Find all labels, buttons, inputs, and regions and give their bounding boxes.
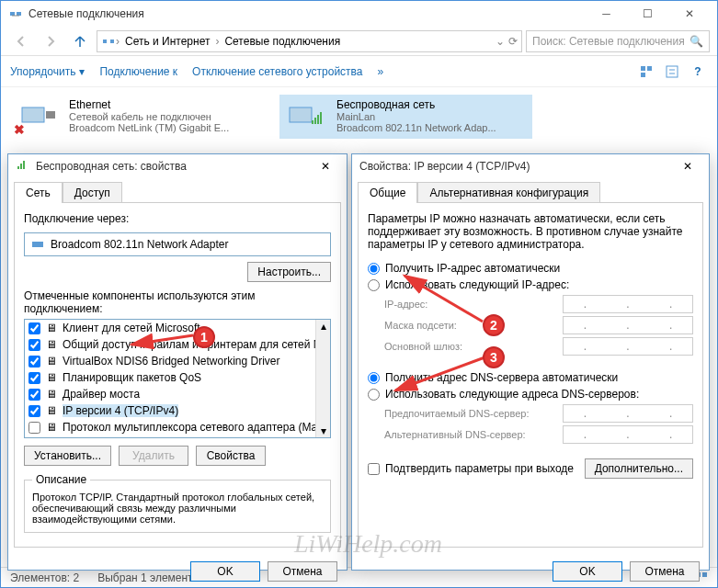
- ipv4-icon: 🖥: [44, 403, 59, 418]
- components-label: Отмеченные компоненты используются этим …: [24, 289, 331, 315]
- component-checkbox[interactable]: [28, 389, 40, 401]
- svg-rect-16: [317, 115, 319, 124]
- adapter-field: Broadcom 802.11n Network Adapter: [24, 232, 331, 256]
- share-icon: 🖥: [44, 337, 59, 352]
- svg-rect-5: [641, 66, 645, 71]
- svg-line-26: [395, 356, 487, 390]
- more-menu[interactable]: »: [378, 65, 384, 78]
- tab-general[interactable]: Общие: [358, 182, 417, 203]
- tab-network[interactable]: Сеть: [14, 182, 63, 203]
- back-button[interactable]: [8, 30, 34, 52]
- desc-title: Описание: [32, 473, 90, 486]
- mux-icon: 🖥: [44, 420, 59, 435]
- adapters-area: ✖ Ethernet Сетевой кабель не подключен B…: [1, 87, 717, 146]
- minimize-button[interactable]: ─: [586, 1, 627, 27]
- details-icon[interactable]: [662, 62, 682, 82]
- adapter-status: Сетевой кабель не подключен: [69, 111, 261, 122]
- svg-line-25: [405, 276, 483, 322]
- chevron-down-icon: ▾: [79, 65, 85, 78]
- svg-rect-7: [641, 73, 645, 77]
- connect-to-menu[interactable]: Подключение к: [99, 65, 177, 78]
- network-icon: [8, 6, 23, 21]
- gateway-input[interactable]: ...: [563, 337, 693, 356]
- component-checkbox[interactable]: [28, 405, 40, 417]
- component-checkbox[interactable]: [28, 356, 40, 368]
- marker-2: 2: [483, 314, 505, 336]
- cancel-button[interactable]: Отмена: [268, 561, 337, 582]
- svg-rect-8: [667, 66, 678, 77]
- validate-checkbox[interactable]: [368, 463, 380, 475]
- dns-alt-input[interactable]: ...: [563, 425, 693, 444]
- component-checkbox[interactable]: [28, 422, 40, 434]
- ok-button[interactable]: OK: [190, 561, 260, 582]
- arrow-2: [377, 266, 487, 331]
- help-icon[interactable]: ?: [688, 62, 708, 82]
- ip-address-input[interactable]: ...: [563, 295, 693, 313]
- dialog-title: Свойства: IP версии 4 (TCP/IPv4): [359, 160, 674, 173]
- connect-via-label: Подключение через:: [24, 212, 331, 225]
- network-icon: [101, 34, 116, 49]
- forward-button[interactable]: [38, 30, 63, 52]
- close-icon[interactable]: ✕: [674, 160, 701, 173]
- svg-rect-3: [103, 40, 107, 43]
- advanced-button[interactable]: Дополнительно...: [585, 458, 693, 479]
- adapter-ethernet[interactable]: ✖ Ethernet Сетевой кабель не подключен B…: [12, 95, 265, 139]
- svg-rect-4: [110, 40, 114, 43]
- ethernet-icon: ✖: [16, 98, 62, 135]
- adapter-wifi[interactable]: Беспроводная сеть MainLan Broadcom 802.1…: [279, 95, 532, 139]
- svg-rect-6: [647, 66, 652, 71]
- dropdown-icon[interactable]: ⌄: [496, 35, 505, 48]
- uninstall-button[interactable]: Удалить: [119, 446, 188, 466]
- up-button[interactable]: [67, 30, 93, 52]
- svg-rect-14: [312, 120, 313, 124]
- dns-pref-input[interactable]: ...: [563, 404, 693, 423]
- tab-access[interactable]: Доступ: [63, 182, 122, 203]
- install-button[interactable]: Установить...: [24, 446, 111, 466]
- breadcrumb-current[interactable]: Сетевые подключения: [219, 35, 346, 48]
- disable-device-menu[interactable]: Отключение сетевого устройства: [192, 65, 362, 78]
- breadcrumb[interactable]: › Сеть и Интернет › Сетевые подключения …: [97, 30, 522, 52]
- adapter-device: Broadcom 802.11n Network Adap...: [336, 122, 529, 133]
- view-icon[interactable]: [636, 62, 656, 82]
- breadcrumb-parent[interactable]: Сеть и Интернет: [120, 35, 215, 48]
- error-icon: ✖: [14, 122, 25, 137]
- svg-rect-1: [17, 12, 21, 16]
- component-checkbox[interactable]: [28, 322, 40, 334]
- search-input[interactable]: Поиск: Сетевые подключения 🔍: [526, 30, 710, 52]
- svg-rect-12: [46, 111, 55, 119]
- marker-1: 1: [193, 326, 215, 348]
- svg-rect-13: [290, 107, 312, 122]
- intro-text: Параметры IP можно назначать автоматичес…: [368, 212, 693, 251]
- svg-rect-17: [320, 112, 322, 124]
- driver-icon: 🖥: [44, 354, 59, 368]
- organize-menu[interactable]: Упорядочить ▾: [10, 65, 85, 78]
- svg-rect-0: [10, 12, 15, 16]
- marker-3: 3: [483, 346, 505, 368]
- tab-alt-config[interactable]: Альтернативная конфигурация: [417, 182, 600, 203]
- component-checkbox[interactable]: [28, 372, 40, 384]
- maximize-button[interactable]: ☐: [627, 1, 668, 27]
- ok-button[interactable]: OK: [553, 561, 622, 582]
- component-checkbox[interactable]: [28, 339, 40, 351]
- window-title: Сетевые подключения: [28, 7, 586, 20]
- adapter-name: Беспроводная сеть: [336, 98, 529, 111]
- search-icon: 🔍: [690, 35, 703, 48]
- adapter-status: MainLan: [336, 111, 529, 122]
- scrollbar[interactable]: ▴▾: [315, 320, 330, 437]
- bridge-icon: 🖥: [44, 387, 59, 401]
- wifi-icon: [16, 159, 30, 174]
- close-button[interactable]: ✕: [668, 1, 710, 27]
- subnet-mask-input[interactable]: ...: [563, 316, 693, 334]
- properties-button[interactable]: Свойства: [196, 446, 266, 466]
- close-icon[interactable]: ✕: [312, 160, 339, 173]
- title-bar: Сетевые подключения ─ ☐ ✕: [1, 1, 717, 27]
- adapter-device: Broadcom NetLink (TM) Gigabit E...: [69, 122, 261, 133]
- nav-bar: › Сеть и Интернет › Сетевые подключения …: [1, 27, 717, 56]
- svg-rect-23: [32, 242, 43, 247]
- dialog-title: Беспроводная сеть: свойства: [36, 160, 312, 173]
- refresh-icon[interactable]: ⟳: [508, 35, 518, 48]
- configure-button[interactable]: Настроить...: [247, 262, 331, 282]
- wifi-icon: [283, 98, 329, 135]
- svg-rect-15: [314, 118, 316, 124]
- cancel-button[interactable]: Отмена: [630, 561, 700, 582]
